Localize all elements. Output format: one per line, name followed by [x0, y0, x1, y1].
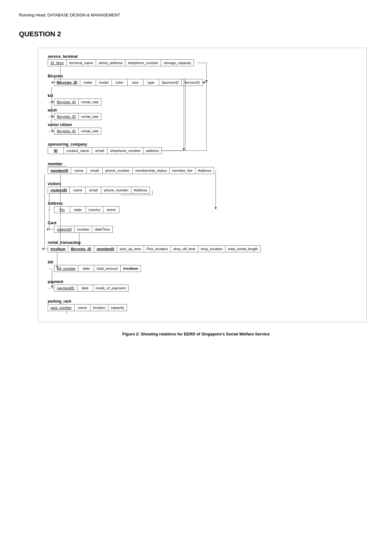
- cell-mem-name: name: [71, 167, 87, 174]
- cell-bic-service: ServiceID: [182, 79, 202, 86]
- cell-adult-id: Bicycles_ID: [54, 113, 79, 120]
- senior-row-wrapper: → Bicycles_ID rental_rate: [48, 128, 357, 135]
- adult-table: Bicycles_ID rental_rate: [54, 113, 101, 120]
- cell-mem-phone: phone_number: [103, 167, 132, 174]
- visitors-table: visitorsID name email phone_number Addre…: [48, 187, 150, 194]
- cell-bic-id: Bicycles_ID: [54, 79, 80, 86]
- cell-park-num: rack_number: [48, 304, 75, 311]
- cell-rt-droploc: drop_location: [198, 246, 226, 252]
- cell-vis-id: visitorsID: [48, 187, 70, 193]
- adult-row-wrapper: → Bicycles_ID rental_rate: [48, 113, 357, 120]
- payment-arrow: →: [48, 286, 54, 290]
- cell-bic-color: color: [112, 79, 128, 86]
- cell-addr-state: state: [70, 207, 86, 213]
- cell-mem-fee: member_fee: [170, 167, 196, 174]
- cell-mem-addr: Address: [196, 167, 214, 174]
- senior-table: Bicycles_ID rental_rate: [54, 128, 101, 135]
- cell-bill-trns: trnsNum: [121, 265, 141, 272]
- parking-table: rack_number name location capacity: [48, 304, 127, 311]
- cell-rt-pickloc: Pick_location: [144, 246, 171, 252]
- bill-row-wrapper: → bill_number date total_amount trnsNum: [48, 265, 357, 272]
- payment-row-wrapper: → paymentID date mode_of_payment: [48, 285, 357, 292]
- bill-section: bill → bill_number date total_amount trn…: [48, 260, 357, 272]
- cell-rt-droptime: drop_off_time: [171, 246, 198, 252]
- senior-arrow: →: [48, 129, 54, 133]
- payment-label: payment: [48, 280, 357, 284]
- address-section: Address → Pin state country street: [48, 201, 357, 213]
- cell-card-id: visitorsID: [54, 226, 75, 232]
- cell-sp-id: ID: [48, 148, 64, 154]
- bill-arrow: →: [48, 267, 54, 270]
- senior-section: senior citizen → Bicycles_ID rental_rate: [48, 123, 357, 135]
- bicycles-label: Bicycles: [48, 74, 357, 78]
- cell-bic-size: size: [128, 79, 143, 86]
- card-table: visitorsID number dateTime: [54, 226, 113, 233]
- rental-label: rental_transaction: [48, 240, 357, 245]
- cell-card-num: number: [75, 226, 92, 232]
- bill-label: bill: [48, 260, 357, 264]
- cell-addr-pin: Pin: [54, 207, 70, 213]
- cell-st-addr: street_address: [96, 60, 125, 66]
- cell-adult-rate: rental_rate: [79, 113, 101, 120]
- card-label: Card: [48, 221, 357, 225]
- sponsoring-section: sponsoring_company ID contact_name email…: [48, 142, 357, 154]
- rental-section: rental_transaction trnsNum Bicycles_ID m…: [48, 240, 357, 252]
- address-table: Pin state country street: [54, 206, 119, 213]
- question-title: QUESTION 2: [19, 30, 373, 38]
- cell-bic-model: model: [96, 79, 112, 86]
- visitors-label: visitors: [48, 182, 357, 186]
- card-arrow: →: [48, 227, 54, 231]
- member-table: memberID name email phone_number members…: [48, 167, 214, 174]
- cell-st-tname: terminal_name: [67, 60, 96, 66]
- cell-pay-mode: mode_of_payment: [93, 285, 128, 291]
- rental-table: trnsNum Bicycles_ID memberID pick_up_tim…: [48, 245, 261, 252]
- sponsoring-table: ID contact_name email telephone_number a…: [48, 147, 162, 154]
- cell-vis-phone: phone_number: [101, 187, 131, 193]
- cell-park-cap: capacity: [108, 304, 127, 311]
- member-label: member: [48, 162, 67, 166]
- cell-bill-date: date: [78, 265, 94, 272]
- cell-st-tel: telephone_number: [125, 60, 161, 66]
- figure-caption: Figure 2: Showing relations for EERD of …: [19, 332, 373, 336]
- service-terminal-label: service_terminal: [48, 54, 357, 59]
- address-arrow: →: [48, 208, 54, 212]
- service-terminal-table: ID_Num terminal_name street_address tele…: [48, 59, 194, 66]
- payment-table: paymentID date mode_of_payment: [54, 285, 129, 292]
- cell-rt-total: total_rental_length: [226, 246, 261, 252]
- kid-table: Bicycles_ID rental_rate: [54, 99, 101, 105]
- cell-mem-status: membership_status: [133, 167, 170, 174]
- cell-vis-addr: Address: [131, 187, 150, 193]
- cell-st-cap: storage_capacity: [161, 60, 194, 66]
- card-section: Card → visitorsID number dateTime: [48, 221, 357, 233]
- bicycles-section: Bicycles Bicycles_ID make model color si…: [48, 74, 357, 86]
- cell-bic-sponsor: SponsorID: [159, 79, 182, 86]
- cell-park-name: name: [75, 304, 90, 311]
- kid-label: kid: [48, 93, 357, 98]
- payment-section: payment → paymentID date mode_of_payment: [48, 280, 357, 292]
- card-row-wrapper: → visitorsID number dateTime: [48, 226, 357, 233]
- cell-vis-name: name: [70, 187, 86, 193]
- address-row-wrapper: → Pin state country street: [48, 206, 357, 213]
- cell-sp-tel: telephone_number: [108, 148, 143, 154]
- cell-addr-country: country: [86, 207, 103, 213]
- cell-kid-id: Bicycles_ID: [54, 99, 79, 105]
- cell-park-loc: location: [90, 304, 108, 311]
- kid-arrow: →: [48, 100, 54, 104]
- cell-mem-email: email: [87, 167, 103, 174]
- bill-table: bill_number date total_amount trnsNum: [54, 265, 141, 272]
- running-head: Running Head: DATABASE DESIGN & MANAGEME…: [19, 13, 373, 17]
- address-label: Address: [48, 201, 357, 206]
- cell-pay-date: date: [77, 285, 93, 291]
- visitors-section: visitors visitorsID name email phone_num…: [48, 182, 357, 194]
- cell-sp-contact: contact_name: [64, 148, 92, 154]
- cell-bill-amt: total_amount: [94, 265, 121, 272]
- cell-senior-rate: rental_rate: [79, 128, 101, 134]
- cell-rt-trns: trnsNum: [48, 246, 68, 252]
- service-terminal-section: service_terminal ID_Num terminal_name st…: [48, 54, 357, 66]
- cell-sp-email: email: [92, 148, 108, 154]
- cell-addr-street: street: [103, 207, 119, 213]
- kid-row-wrapper: → Bicycles_ID rental_rate: [48, 99, 357, 105]
- cell-senior-id: Bicycles_ID: [54, 128, 79, 134]
- bicycles-table: Bicycles_ID make model color size type S…: [54, 79, 203, 86]
- kid-section: kid → Bicycles_ID rental_rate: [48, 93, 357, 105]
